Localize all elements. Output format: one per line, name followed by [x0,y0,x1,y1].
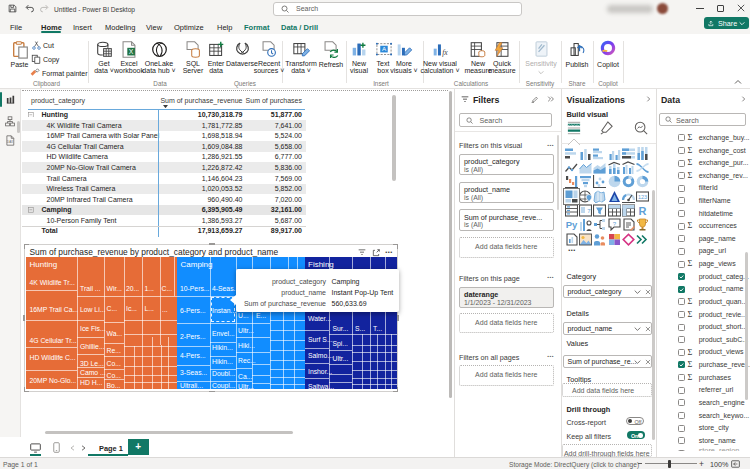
svg-text:123: 123 [638,193,647,199]
svg-text:Py: Py [565,219,577,230]
svg-text:DAX: DAX [7,140,13,144]
svg-text:fx: fx [442,48,448,57]
svg-text:R: R [639,204,647,216]
svg-text:X: X [128,48,133,55]
